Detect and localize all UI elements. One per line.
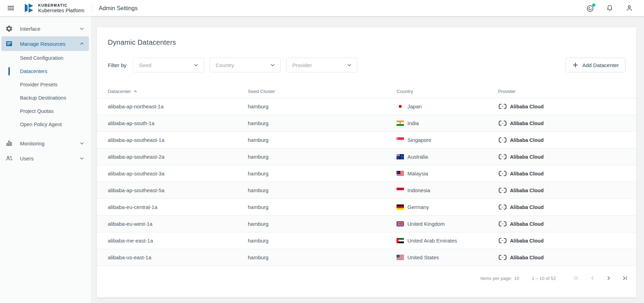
provider-cell: Alibaba Cloud [498, 238, 636, 244]
sidebar-item-datacenters[interactable]: Datacenters [0, 65, 91, 78]
sidebar-item-seed-configuration[interactable]: Seed Configuration [0, 51, 91, 65]
changelog-icon[interactable] [585, 3, 595, 13]
last-page-icon[interactable] [620, 273, 630, 283]
alibaba-cloud-icon [498, 137, 507, 143]
chevron-down-icon [192, 62, 200, 68]
table-row[interactable]: alibaba-ap-southeast-1a hamburg Singapor… [97, 132, 636, 149]
sidebar-item-users[interactable]: Users [1, 151, 89, 166]
sidebar-item-open-policy-agent[interactable]: Open Policy Agent [0, 118, 91, 131]
pagination: Items per page: 10 1 – 10 of 52 [97, 266, 636, 283]
datacenter-cell: alibaba-ap-southeast-2a [97, 154, 248, 160]
sidebar-item-provider-presets[interactable]: Provider Presets [0, 78, 91, 91]
country-cell: Malaysia [397, 171, 498, 176]
datacenter-cell: alibaba-ap-southeast-1a [97, 137, 248, 143]
alibaba-cloud-icon [498, 254, 507, 260]
datacenter-cell: alibaba-eu-central-1a [97, 204, 248, 210]
kubermatic-logo[interactable]: KUBERMATIC Kubernetes Platform [23, 2, 84, 14]
country-cell: United Kingdom [397, 221, 498, 227]
column-header-provider[interactable]: Provider [498, 89, 636, 94]
column-header-country[interactable]: Country [397, 89, 498, 94]
datacenter-cell: alibaba-eu-west-1a [97, 221, 248, 227]
provider-cell: Alibaba Cloud [498, 137, 636, 143]
main-content: Dynamic Datacenters Filter by Seed Count… [91, 16, 644, 303]
seed-cluster-cell: hamburg [248, 137, 397, 143]
sidebar-item-backup-destinations[interactable]: Backup Destinations [0, 91, 91, 104]
brand-name: KUBERMATIC [38, 3, 84, 7]
provider-cell: Alibaba Cloud [498, 120, 636, 126]
sidebar-item-monitoring[interactable]: Monitoring [1, 136, 89, 151]
alibaba-cloud-icon [498, 103, 507, 109]
table-row[interactable]: alibaba-ap-southeast-5a hamburg Indonesi… [97, 182, 636, 199]
gear-icon [5, 25, 13, 33]
alibaba-cloud-icon [498, 238, 507, 244]
table-row[interactable]: alibaba-me-east-1a hamburg United Arab E… [97, 232, 636, 249]
seed-cluster-cell: hamburg [248, 154, 397, 160]
alibaba-cloud-icon [498, 154, 507, 160]
notification-dot [592, 3, 596, 7]
flag-us-icon [397, 255, 404, 260]
items-per-page-value[interactable]: 10 [514, 276, 519, 281]
flag-au-icon [397, 154, 404, 159]
pagination-range: 1 – 10 of 52 [532, 276, 556, 281]
first-page-icon [571, 273, 582, 283]
chevron-down-icon [78, 155, 85, 162]
seed-filter-select[interactable]: Seed [133, 58, 204, 72]
table-row[interactable]: alibaba-ap-south-1a hamburg India Alibab… [97, 115, 636, 132]
topbar-actions [585, 3, 639, 13]
alibaba-cloud-icon [498, 120, 507, 126]
provider-filter-select[interactable]: Provider [286, 58, 357, 72]
provider-cell: Alibaba Cloud [498, 204, 636, 210]
provider-cell: Alibaba Cloud [498, 254, 636, 260]
table-row[interactable]: alibaba-ap-northeast-1a hamburg Japan Al… [97, 98, 636, 115]
flag-in-icon [397, 121, 404, 126]
seed-cluster-cell: hamburg [248, 238, 397, 244]
chevron-down-icon [269, 62, 276, 68]
column-header-datacenter[interactable]: Datacenter [97, 89, 248, 94]
table-row[interactable]: alibaba-eu-central-1a hamburg Germany Al… [97, 199, 636, 216]
country-filter-select[interactable]: Country [210, 58, 281, 72]
table-row[interactable]: alibaba-eu-west-1a hamburg United Kingdo… [97, 216, 636, 232]
alibaba-cloud-icon [498, 221, 507, 227]
flag-sg-icon [397, 137, 404, 143]
next-page-icon[interactable] [603, 273, 614, 283]
seed-cluster-cell: hamburg [248, 221, 397, 227]
country-cell: United States [397, 254, 498, 260]
chevron-up-icon [78, 40, 85, 47]
flag-ae-icon [397, 238, 404, 243]
flag-jp-icon [397, 104, 404, 109]
sidebar-item-project-quotas[interactable]: Project Quotas [0, 104, 91, 118]
table-row[interactable]: alibaba-ap-southeast-2a hamburg Australi… [97, 149, 636, 165]
flag-id-icon [397, 188, 404, 193]
pagination-buttons [571, 273, 630, 283]
notifications-icon[interactable] [605, 3, 615, 13]
monitoring-icon [5, 139, 13, 147]
card-title: Dynamic Datacenters [108, 38, 625, 46]
country-cell: Singapore [397, 137, 498, 143]
table-row[interactable]: alibaba-ap-southeast-3a hamburg Malaysia… [97, 165, 636, 182]
seed-cluster-cell: hamburg [248, 103, 397, 109]
menu-icon[interactable] [4, 1, 18, 15]
brand-subtitle: Kubernetes Platform [38, 8, 84, 13]
kubermatic-logo-icon [23, 2, 35, 14]
filter-row: Filter by Seed Country Provider Add Data… [97, 58, 636, 72]
chevron-down-icon [78, 25, 85, 32]
table-body: alibaba-ap-northeast-1a hamburg Japan Al… [97, 98, 636, 266]
sidebar: Interface Manage Resources Seed Configur… [0, 16, 91, 303]
sidebar-item-interface[interactable]: Interface [1, 21, 89, 36]
user-icon[interactable] [624, 3, 634, 13]
provider-cell: Alibaba Cloud [498, 103, 636, 109]
flag-my-icon [397, 171, 404, 176]
table-row[interactable]: alibaba-us-east-1a hamburg United States… [97, 249, 636, 266]
topbar-divider [92, 3, 92, 13]
provider-cell: Alibaba Cloud [498, 187, 636, 193]
chevron-down-icon [78, 140, 85, 147]
datacenter-cell: alibaba-me-east-1a [97, 238, 248, 244]
datacenters-table: Datacenter Seed Cluster Country Provider… [97, 85, 636, 266]
datacenter-cell: alibaba-ap-south-1a [97, 120, 248, 126]
chevron-down-icon [346, 62, 353, 68]
sidebar-item-manage-resources[interactable]: Manage Resources [1, 36, 89, 51]
column-header-seed-cluster[interactable]: Seed Cluster [248, 89, 397, 94]
country-cell: India [397, 120, 498, 126]
add-datacenter-button[interactable]: Add Datacenter [566, 58, 625, 72]
datacenter-cell: alibaba-ap-southeast-5a [97, 187, 248, 193]
